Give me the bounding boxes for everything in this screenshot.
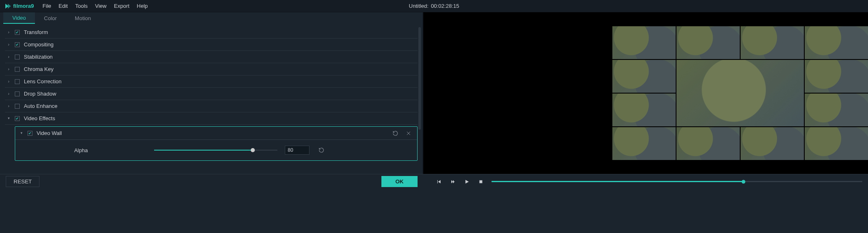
play-slow-icon[interactable] <box>450 178 456 185</box>
project-name: Untitled: <box>409 3 429 9</box>
param-alpha-input[interactable] <box>285 146 309 155</box>
grid-tile <box>612 94 676 126</box>
menu-help[interactable]: Help <box>133 0 152 12</box>
section-chroma-key[interactable]: › Chroma Key <box>5 63 418 75</box>
grid-tile <box>741 127 804 160</box>
checkbox-auto-enhance[interactable] <box>15 104 20 109</box>
section-label: Drop Shadow <box>24 91 56 97</box>
effect-body: Alpha <box>15 140 417 160</box>
grid-tile <box>676 127 740 160</box>
checkbox-transform[interactable] <box>15 30 20 35</box>
reset-button[interactable]: RESET <box>6 176 39 187</box>
section-transform[interactable]: › Transform <box>5 26 418 39</box>
menu-tools[interactable]: Tools <box>72 0 91 12</box>
effect-name: Video Wall <box>37 130 62 136</box>
preview-video <box>423 12 868 174</box>
param-alpha-slider[interactable] <box>154 146 277 154</box>
svg-rect-7 <box>480 180 482 183</box>
section-compositing[interactable]: › Compositing <box>5 39 418 51</box>
checkbox-lens-correction[interactable] <box>15 79 20 84</box>
grid-tile <box>612 60 676 93</box>
menu-file[interactable]: File <box>39 0 55 12</box>
sections-list: › Transform › Compositing › Stabilizatio… <box>0 24 422 174</box>
chevron-down-icon: ▾ <box>7 116 11 120</box>
inspector-panel: Video Color Motion › Transform › Composi… <box>0 12 423 174</box>
grid-tile <box>612 127 676 160</box>
checkbox-compositing[interactable] <box>15 42 20 47</box>
menu-view[interactable]: View <box>91 0 110 12</box>
preview-pane <box>423 12 868 174</box>
project-title: Untitled: 00:02:28:15 <box>409 3 459 9</box>
section-lens-correction[interactable]: › Lens Correction <box>5 75 418 88</box>
footer-left: RESET OK <box>6 176 429 187</box>
svg-marker-2 <box>438 180 441 183</box>
chevron-right-icon: › <box>7 42 11 47</box>
section-label: Chroma Key <box>24 66 53 72</box>
section-label: Video Effects <box>24 115 55 121</box>
timeline-slider[interactable] <box>492 181 862 182</box>
ok-button[interactable]: OK <box>381 176 418 187</box>
svg-marker-5 <box>453 180 455 183</box>
section-label: Transform <box>24 29 48 35</box>
grid-tile <box>805 94 868 126</box>
checkbox-drop-shadow[interactable] <box>15 91 20 96</box>
close-icon[interactable] <box>404 129 413 138</box>
checkbox-video-wall[interactable] <box>28 131 32 136</box>
tab-color[interactable]: Color <box>35 12 66 24</box>
app-logo: filmora9 <box>4 2 34 10</box>
section-label: Auto Enhance <box>24 103 58 109</box>
video-wall-grid <box>612 26 868 160</box>
menu-bar: filmora9 File Edit Tools View Export Hel… <box>0 0 868 12</box>
inspector-scrollbar[interactable] <box>418 27 421 130</box>
grid-tile <box>676 26 740 59</box>
checkbox-stabilization[interactable] <box>15 55 20 59</box>
svg-rect-3 <box>437 180 438 183</box>
chevron-right-icon: › <box>7 54 11 59</box>
inspector-tabs: Video Color Motion <box>0 12 422 24</box>
tab-motion[interactable]: Motion <box>66 12 100 24</box>
grid-tile <box>805 26 868 59</box>
grid-tile <box>805 60 868 93</box>
app-name: filmora9 <box>13 3 34 9</box>
chevron-right-icon: › <box>7 30 11 34</box>
main-area: Video Color Motion › Transform › Composi… <box>0 12 868 174</box>
reset-effect-icon[interactable] <box>391 129 400 138</box>
param-alpha-label: Alpha <box>15 147 147 153</box>
section-label: Stabilization <box>24 54 53 60</box>
grid-tile <box>741 26 804 59</box>
grid-tile-center <box>676 60 804 126</box>
play-icon[interactable] <box>464 178 470 185</box>
menu-export[interactable]: Export <box>110 0 133 12</box>
checkbox-video-effects[interactable] <box>15 116 20 121</box>
grid-tile <box>612 26 676 59</box>
reset-param-icon[interactable] <box>317 146 326 155</box>
chevron-down-icon[interactable]: ▾ <box>19 131 23 135</box>
playback-controls <box>436 178 862 185</box>
svg-marker-6 <box>466 180 469 183</box>
svg-marker-4 <box>451 180 453 183</box>
section-drop-shadow[interactable]: › Drop Shadow <box>5 88 418 100</box>
play-reverse-icon[interactable] <box>436 178 442 185</box>
chevron-right-icon: › <box>7 91 11 96</box>
footer-bar: RESET OK <box>0 174 868 189</box>
chevron-right-icon: › <box>7 79 11 84</box>
stop-icon[interactable] <box>478 178 484 185</box>
section-video-effects[interactable]: ▾ Video Effects <box>5 112 418 125</box>
grid-tile <box>805 127 868 160</box>
effect-panel-video-wall: ▾ Video Wall A <box>15 126 418 161</box>
section-label: Compositing <box>24 41 53 48</box>
section-auto-enhance[interactable]: › Auto Enhance <box>5 100 418 112</box>
section-label: Lens Correction <box>24 78 62 85</box>
chevron-right-icon: › <box>7 103 11 108</box>
menu-edit[interactable]: Edit <box>55 0 72 12</box>
tab-video[interactable]: Video <box>3 12 35 24</box>
checkbox-chroma-key[interactable] <box>15 67 20 72</box>
effect-header: ▾ Video Wall <box>15 127 417 140</box>
project-time: 00:02:28:15 <box>431 3 459 9</box>
section-stabilization[interactable]: › Stabilization <box>5 51 418 63</box>
logo-icon <box>4 2 12 10</box>
chevron-right-icon: › <box>7 66 11 71</box>
